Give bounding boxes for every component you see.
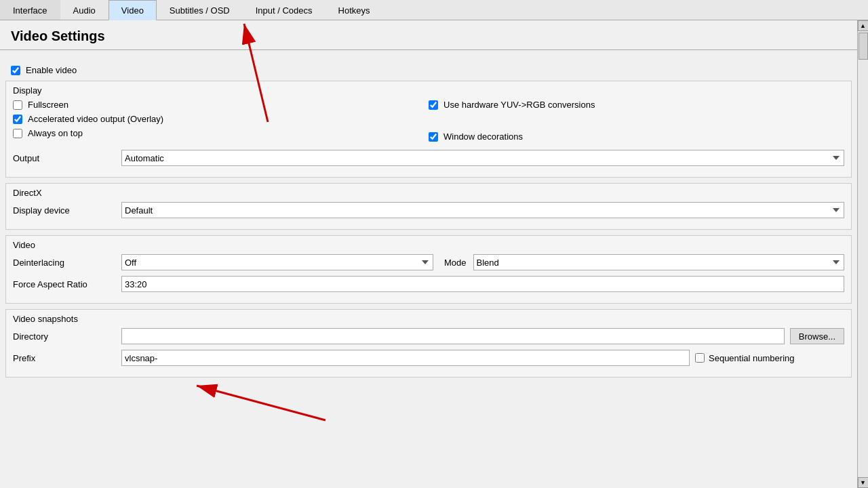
page-title: Video Settings	[0, 20, 857, 49]
enable-video-checkbox[interactable]	[11, 66, 20, 75]
directory-label: Directory	[13, 331, 121, 342]
directx-section-title: DirectX	[13, 188, 844, 198]
window-decorations-row: Window decorations	[429, 131, 844, 142]
scrollbar-down-button[interactable]: ▼	[858, 477, 869, 488]
scrollbar-up-button[interactable]: ▲	[858, 20, 869, 31]
accelerated-checkbox[interactable]	[13, 115, 22, 124]
display-col-right: Use hardware YUV->RGB conversions Window…	[429, 100, 844, 146]
window-decorations-label: Window decorations	[443, 131, 523, 142]
browse-button[interactable]: Browse...	[790, 328, 844, 344]
force-aspect-ratio-label: Force Aspect Ratio	[13, 279, 121, 289]
output-label: Output	[13, 153, 121, 163]
accelerated-row: Accelerated video output (Overlay)	[13, 114, 429, 124]
always-on-top-checkbox[interactable]	[13, 129, 22, 138]
tab-bar: Interface Audio Video Subtitles / OSD In…	[0, 0, 868, 20]
use-hardware-yuv-label: Use hardware YUV->RGB conversions	[443, 100, 595, 110]
fullscreen-row: Fullscreen	[13, 100, 429, 110]
display-col-left: Fullscreen Accelerated video output (Ove…	[13, 100, 429, 146]
deinterlacing-label: Deinterlacing	[13, 258, 121, 268]
mode-select[interactable]: Blend Bob Discard Linear Mean X Yadif Ya…	[473, 254, 844, 270]
sequential-numbering-label: Sequential numbering	[709, 353, 794, 363]
sequential-numbering-wrap: Sequential numbering	[695, 353, 844, 363]
scrollbar-thumb[interactable]	[859, 33, 868, 60]
deinterlacing-select[interactable]: Off On Auto	[121, 254, 433, 270]
enable-video-label: Enable video	[26, 65, 77, 75]
directx-section: DirectX Display device Default	[5, 183, 852, 230]
fullscreen-checkbox[interactable]	[13, 100, 22, 110]
prefix-row: Prefix Sequential numbering	[13, 350, 844, 366]
output-row: Output Automatic DirectX (DirectDraw) Op…	[13, 150, 844, 166]
tab-video[interactable]: Video	[108, 0, 157, 20]
display-section: Display Fullscreen Accelerated video out…	[5, 81, 852, 178]
display-section-title: Display	[13, 85, 844, 96]
always-on-top-row: Always on top	[13, 128, 429, 138]
force-aspect-ratio-input[interactable]	[121, 276, 844, 292]
window-decorations-checkbox[interactable]	[429, 132, 438, 142]
directory-row: Directory Browse...	[13, 328, 844, 344]
sequential-numbering-checkbox[interactable]	[695, 353, 705, 363]
output-select[interactable]: Automatic DirectX (DirectDraw) OpenGL Wi…	[121, 150, 844, 166]
accelerated-label: Accelerated video output (Overlay)	[28, 114, 163, 124]
always-on-top-label: Always on top	[28, 128, 83, 138]
tab-subtitles[interactable]: Subtitles / OSD	[157, 0, 243, 20]
display-device-select[interactable]: Default	[121, 202, 844, 218]
video-snapshots-title: Video snapshots	[13, 314, 844, 324]
deinterlacing-row: Deinterlacing Off On Auto Mode Blend Bob…	[13, 254, 844, 270]
display-device-label: Display device	[13, 205, 121, 216]
force-aspect-ratio-row: Force Aspect Ratio	[13, 276, 844, 292]
tab-audio[interactable]: Audio	[60, 0, 108, 20]
video-section-title: Video	[13, 240, 844, 250]
prefix-label: Prefix	[13, 353, 121, 363]
tab-interface[interactable]: Interface	[0, 0, 60, 20]
tab-input-codecs[interactable]: Input / Codecs	[243, 0, 326, 20]
mode-label: Mode	[444, 258, 467, 268]
use-hardware-yuv-row: Use hardware YUV->RGB conversions	[429, 100, 844, 110]
video-snapshots-section: Video snapshots Directory Browse... Pref…	[5, 309, 852, 378]
scrollbar[interactable]: ▲ ▼	[857, 20, 868, 488]
fullscreen-label: Fullscreen	[28, 100, 68, 110]
use-hardware-yuv-checkbox[interactable]	[429, 100, 438, 110]
video-section: Video Deinterlacing Off On Auto Mode Ble…	[5, 235, 852, 304]
settings-panel: Video Settings Enable video Display Full…	[0, 20, 857, 488]
enable-video-row: Enable video	[0, 58, 857, 81]
directory-input[interactable]	[121, 328, 785, 344]
prefix-input[interactable]	[121, 350, 690, 366]
tab-hotkeys[interactable]: Hotkeys	[326, 0, 383, 20]
display-checkboxes: Fullscreen Accelerated video output (Ove…	[13, 100, 844, 146]
main-content: Video Settings Enable video Display Full…	[0, 20, 868, 488]
display-device-row: Display device Default	[13, 202, 844, 218]
